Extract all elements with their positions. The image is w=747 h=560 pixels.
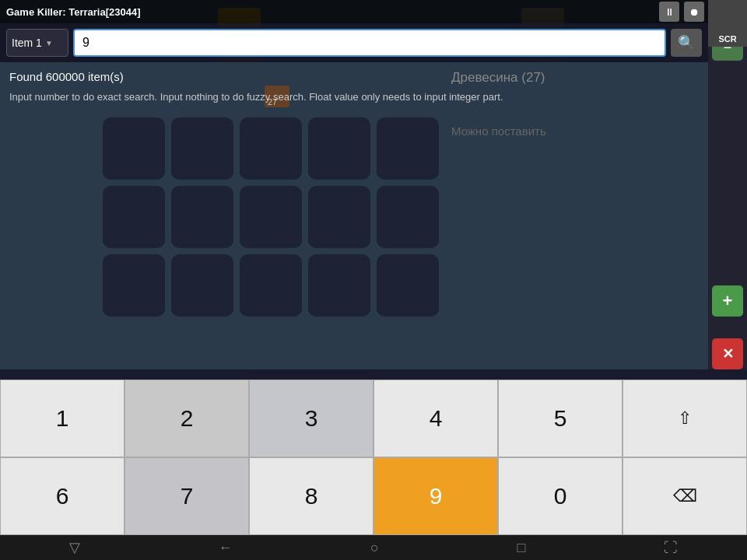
item-cell-3-4[interactable]: [308, 254, 370, 317]
nav-back-icon: ←: [218, 540, 232, 555]
key-9[interactable]: 9: [374, 457, 498, 535]
item-cell-3-1[interactable]: [103, 254, 165, 317]
search-button[interactable]: 🔍: [671, 29, 702, 57]
item-cell-1-2[interactable]: [171, 117, 233, 180]
scr-label: SCR: [718, 34, 736, 44]
key-3[interactable]: 3: [249, 380, 374, 457]
chevron-down-icon: ▼: [45, 39, 53, 47]
item-cell-2-3[interactable]: [240, 186, 302, 248]
key-5[interactable]: 5: [498, 380, 622, 457]
delete-button[interactable]: ✕: [712, 338, 743, 369]
record-button[interactable]: ⏺: [684, 2, 704, 22]
dropdown-label: Item 1: [12, 37, 42, 49]
record-icon: ⏺: [689, 6, 700, 18]
nav-down-icon: ▽: [69, 540, 80, 555]
item-cell-3-2[interactable]: [171, 254, 233, 317]
key-backspace[interactable]: ⌫: [622, 457, 747, 535]
search-input[interactable]: [73, 29, 666, 57]
key-1[interactable]: 1: [0, 380, 124, 457]
key-2[interactable]: 2: [124, 380, 249, 457]
item-cell-2-2[interactable]: [171, 186, 233, 248]
numpad: 1 2 3 4 5 ⇧ 6 7 8 9 0: [0, 380, 747, 535]
nav-home-icon: ○: [370, 540, 379, 555]
item-grid: [103, 117, 699, 317]
numpad-row-2: 6 7 8 9 0 ⌫: [0, 457, 747, 535]
item-cell-1-5[interactable]: [377, 117, 439, 180]
search-icon: 🔍: [678, 34, 695, 51]
found-count: Found 600000 item(s): [9, 70, 699, 83]
key-6[interactable]: 6: [0, 457, 124, 535]
nav-expand-icon: ⛶: [664, 540, 678, 555]
item-cell-2-4[interactable]: [308, 186, 370, 248]
plus-icon: +: [723, 291, 733, 311]
item-cell-3-3[interactable]: [240, 254, 302, 317]
item-cell-1-4[interactable]: [308, 117, 370, 180]
right-panel: ≡ + ✕: [708, 23, 747, 369]
item-cell-2-1[interactable]: [103, 186, 165, 248]
nav-back-button[interactable]: ←: [209, 537, 241, 559]
numpad-row-1: 1 2 3 4 5 ⇧: [0, 380, 747, 457]
nav-down-button[interactable]: ▽: [60, 536, 89, 559]
key-4[interactable]: 4: [374, 380, 498, 457]
key-8[interactable]: 8: [249, 457, 374, 535]
item-cell-1-1[interactable]: [103, 117, 165, 180]
backspace-icon: ⌫: [673, 486, 697, 506]
item-type-dropdown[interactable]: Item 1 ▼: [6, 29, 68, 57]
key-shift[interactable]: ⇧: [622, 380, 747, 457]
pause-button[interactable]: ⏸: [659, 2, 679, 22]
nav-expand-button[interactable]: ⛶: [654, 537, 687, 559]
key-0[interactable]: 0: [498, 457, 622, 535]
pause-icon: ⏸: [665, 6, 675, 18]
search-row: Item 1 ▼ 🔍: [0, 23, 708, 62]
scr-area[interactable]: SCR: [708, 0, 747, 47]
nav-home-button[interactable]: ○: [361, 537, 388, 559]
content-area: Found 600000 item(s) Input number to do …: [0, 62, 708, 324]
item-cell-1-3[interactable]: [240, 117, 302, 180]
nav-recents-button[interactable]: □: [508, 537, 535, 559]
add-button[interactable]: +: [712, 285, 743, 317]
top-icons: ⏸ ⏺: [659, 2, 704, 22]
app-title: Game Killer: Terraria[23044]: [6, 6, 140, 18]
nav-bar: ▽ ← ○ □ ⛶: [0, 535, 747, 560]
item-cell-2-5[interactable]: [377, 186, 439, 248]
x-icon: ✕: [722, 345, 734, 362]
item-cell-3-5[interactable]: [377, 254, 439, 317]
item-action-russian: Можно поставить: [451, 124, 546, 138]
key-7[interactable]: 7: [124, 457, 249, 535]
shift-icon: ⇧: [678, 408, 692, 429]
item-name-russian: Древесина (27): [451, 70, 546, 86]
top-bar: Game Killer: Terraria[23044]: [0, 0, 747, 23]
nav-recents-icon: □: [517, 540, 526, 555]
russian-area: Древесина (27) Можно поставить: [451, 70, 546, 138]
